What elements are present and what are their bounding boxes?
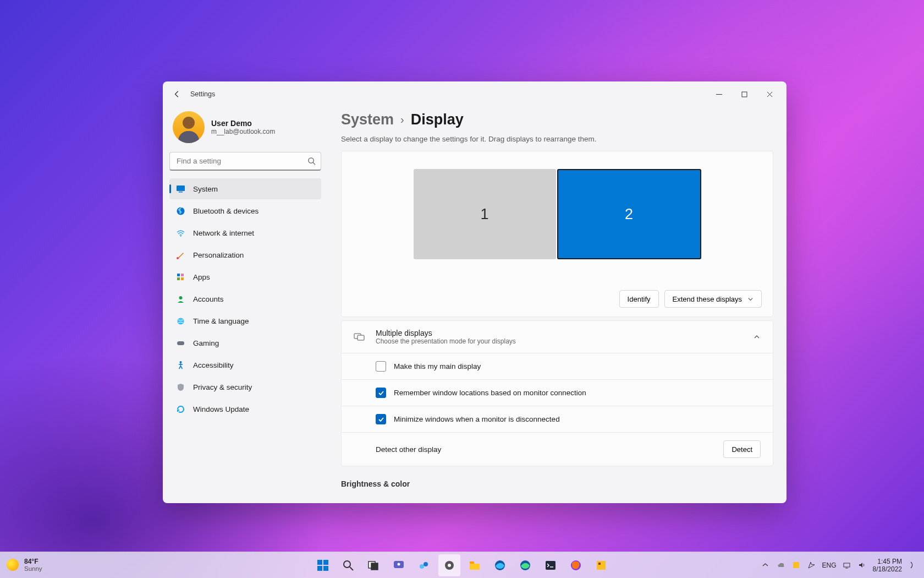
- extend-displays-dropdown[interactable]: Extend these displays: [664, 290, 762, 308]
- svg-point-14: [178, 318, 184, 324]
- page-subtitle: Select a display to change the settings …: [341, 135, 773, 143]
- row-detect: Detect other display Detect: [342, 432, 773, 466]
- sun-icon: [7, 559, 19, 571]
- widgets-button[interactable]: [413, 554, 435, 576]
- firefox-taskbar-icon[interactable]: [565, 554, 587, 576]
- sidebar-item-label: Windows Update: [193, 405, 249, 413]
- explorer-taskbar-icon[interactable]: [464, 554, 486, 576]
- svg-point-23: [344, 561, 350, 568]
- volume-tray-icon[interactable]: [857, 560, 867, 570]
- sidebar-item-label: Personalization: [193, 251, 244, 259]
- monitor-1[interactable]: 1: [414, 169, 556, 259]
- terminal-taskbar-icon[interactable]: [540, 554, 562, 576]
- network-tray-icon[interactable]: [842, 560, 852, 570]
- taskbar-weather[interactable]: 84°F Sunny: [7, 558, 42, 572]
- sidebar-item-time[interactable]: Time & language: [169, 310, 321, 331]
- titlebar: Settings: [163, 81, 787, 107]
- edge-taskbar-icon[interactable]: [489, 554, 511, 576]
- option-label: Minimize windows when a monitor is disco…: [394, 415, 761, 423]
- svg-rect-41: [844, 563, 850, 567]
- svg-rect-20: [323, 560, 328, 565]
- svg-rect-38: [597, 561, 606, 570]
- monitor-2[interactable]: 2: [557, 169, 701, 259]
- checkbox-minimize-disconnect[interactable]: [376, 414, 386, 424]
- app-taskbar-icon[interactable]: [590, 554, 612, 576]
- svg-rect-4: [177, 186, 185, 191]
- svg-point-6: [177, 207, 185, 215]
- sidebar-item-accounts[interactable]: Accounts: [169, 288, 321, 309]
- svg-rect-33: [470, 561, 474, 564]
- svg-point-16: [180, 361, 182, 363]
- sidebar-item-accessibility[interactable]: Accessibility: [169, 355, 321, 375]
- search-button[interactable]: [337, 554, 359, 576]
- clock-date: 8/18/2022: [873, 565, 902, 573]
- sidebar-item-system[interactable]: System: [169, 178, 321, 199]
- tray-overflow[interactable]: [761, 560, 771, 570]
- svg-rect-9: [177, 274, 180, 276]
- tray-app-icon[interactable]: [791, 560, 801, 570]
- svg-rect-22: [323, 566, 328, 571]
- page-title: Display: [411, 111, 464, 128]
- edge-canary-taskbar-icon[interactable]: [514, 554, 536, 576]
- sidebar-item-label: Accessibility: [193, 361, 234, 369]
- settings-taskbar-icon[interactable]: [438, 554, 460, 576]
- task-view-button[interactable]: [362, 554, 384, 576]
- svg-rect-39: [598, 563, 601, 565]
- notifications-icon[interactable]: [908, 560, 917, 570]
- bluetooth-icon: [176, 206, 185, 216]
- apps-icon: [176, 272, 185, 282]
- clock-time: 1:45 PM: [873, 558, 902, 565]
- svg-rect-21: [317, 566, 322, 571]
- section-title: Multiple displays: [376, 329, 742, 337]
- language-indicator[interactable]: ENG: [822, 561, 837, 569]
- option-label: Remember window locations based on monit…: [394, 389, 761, 397]
- checkbox-remember-locations[interactable]: [376, 388, 386, 398]
- breadcrumb: System › Display: [341, 111, 773, 128]
- sidebar-item-label: Bluetooth & devices: [193, 207, 258, 215]
- chat-button[interactable]: [388, 554, 410, 576]
- breadcrumb-parent[interactable]: System: [341, 111, 394, 128]
- location-icon[interactable]: [807, 560, 817, 570]
- back-button[interactable]: [167, 84, 187, 104]
- svg-point-29: [420, 564, 424, 569]
- clock-globe-icon: [176, 317, 185, 326]
- user-profile[interactable]: User Demo m__lab@outlook.com: [169, 107, 321, 152]
- close-button[interactable]: [757, 84, 782, 104]
- svg-point-8: [177, 257, 179, 259]
- sidebar-item-update[interactable]: Windows Update: [169, 399, 321, 419]
- checkbox-main-display[interactable]: [376, 361, 386, 372]
- maximize-button[interactable]: [732, 84, 757, 104]
- weather-condition: Sunny: [24, 565, 42, 572]
- detect-button[interactable]: Detect: [723, 440, 761, 458]
- display-arrangement-panel: 1 2 Identify Extend these displays: [341, 151, 773, 317]
- start-button[interactable]: [312, 554, 334, 576]
- svg-rect-40: [793, 562, 799, 568]
- sidebar-item-network[interactable]: Network & internet: [169, 222, 321, 243]
- row-minimize-disconnect: Minimize windows when a monitor is disco…: [342, 406, 773, 432]
- identify-button[interactable]: Identify: [619, 290, 659, 308]
- minimize-button[interactable]: [706, 84, 732, 104]
- sidebar-item-apps[interactable]: Apps: [169, 266, 321, 287]
- svg-rect-10: [181, 274, 184, 276]
- svg-rect-36: [546, 561, 556, 570]
- sidebar-item-bluetooth[interactable]: Bluetooth & devices: [169, 200, 321, 221]
- onedrive-icon[interactable]: [776, 560, 786, 570]
- profile-email: m__lab@outlook.com: [211, 128, 275, 135]
- row-remember-locations: Remember window locations based on monit…: [342, 379, 773, 406]
- svg-rect-26: [371, 563, 378, 570]
- detect-label: Detect other display: [376, 445, 716, 454]
- taskbar-clock[interactable]: 1:45 PM 8/18/2022: [873, 558, 902, 573]
- display-icon: [176, 184, 185, 194]
- svg-rect-15: [177, 341, 184, 345]
- svg-point-7: [180, 236, 182, 237]
- sidebar-item-privacy[interactable]: Privacy & security: [169, 377, 321, 397]
- shield-icon: [176, 383, 185, 392]
- multiple-displays-header[interactable]: Multiple displays Choose the presentatio…: [342, 321, 773, 353]
- search-input[interactable]: [169, 152, 321, 171]
- sidebar-nav: System Bluetooth & devices Network & int…: [169, 178, 321, 419]
- sidebar-item-gaming[interactable]: Gaming: [169, 332, 321, 353]
- profile-name: User Demo: [211, 119, 275, 128]
- brush-icon: [176, 250, 185, 260]
- section-description: Choose the presentation mode for your di…: [376, 337, 742, 345]
- sidebar-item-personalization[interactable]: Personalization: [169, 244, 321, 265]
